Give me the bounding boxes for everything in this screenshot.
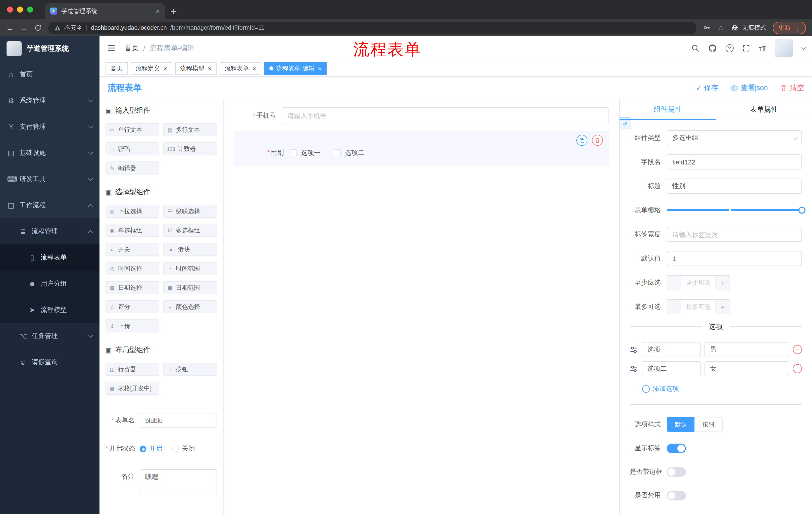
- window-zoom-button[interactable]: [27, 6, 33, 12]
- new-tab-button[interactable]: +: [171, 7, 176, 16]
- min-select-input[interactable]: [682, 276, 716, 290]
- user-avatar[interactable]: [775, 39, 793, 57]
- delete-widget-button[interactable]: [592, 135, 603, 146]
- pill-slider[interactable]: –●–滑块: [163, 243, 217, 256]
- sidebar-item-process-form[interactable]: ▯ 流程表单: [0, 244, 99, 271]
- pill-rate[interactable]: ☆评分: [106, 300, 159, 313]
- decrease-button[interactable]: −: [667, 300, 682, 314]
- password-key-icon[interactable]: [703, 24, 711, 32]
- pill-counter[interactable]: 123计数器: [163, 142, 217, 155]
- save-button[interactable]: ✓ 保存: [696, 83, 718, 92]
- pill-radio-group[interactable]: ◉单选框组: [106, 224, 159, 237]
- sidebar-item-process-model[interactable]: ➤ 流程模型: [0, 297, 99, 323]
- max-select-input[interactable]: [682, 300, 716, 314]
- font-size-icon[interactable]: TT: [758, 44, 766, 52]
- tag-process-definition[interactable]: 流程定义 ×: [130, 62, 172, 75]
- fullscreen-icon[interactable]: [742, 44, 750, 52]
- tag-process-form[interactable]: 流程表单 ×: [220, 62, 261, 75]
- tab-form-props[interactable]: 表单属性: [716, 99, 812, 120]
- github-icon[interactable]: [708, 44, 717, 53]
- drag-handle-icon[interactable]: [630, 364, 638, 373]
- sidebar-item-payment[interactable]: ¥ 支付管理: [0, 114, 99, 140]
- reload-icon[interactable]: [34, 24, 42, 31]
- tag-process-form-edit[interactable]: 流程表单-编辑 ×: [264, 62, 327, 75]
- pill-color-picker[interactable]: ◒颜色选择: [163, 300, 217, 313]
- browser-menu-icon[interactable]: ⋮: [794, 24, 801, 31]
- increase-button[interactable]: +: [716, 300, 730, 314]
- sidebar-item-workflow[interactable]: ◫ 工作流程: [0, 192, 99, 218]
- security-label[interactable]: 不安全: [64, 23, 82, 32]
- sidebar-item-home[interactable]: ⌂ 首页: [0, 61, 99, 87]
- sidebar-item-task-manage[interactable]: ⌥ 任务管理: [0, 323, 99, 349]
- tab-close-icon[interactable]: ×: [156, 7, 160, 15]
- slider-handle[interactable]: [799, 207, 806, 214]
- sidebar-item-system[interactable]: ⚙ 系统管理: [0, 87, 99, 114]
- status-on-radio[interactable]: 开启: [140, 444, 162, 453]
- pill-button[interactable]: ☝按钮: [163, 362, 217, 376]
- view-json-button[interactable]: 查看json: [730, 83, 768, 92]
- back-icon[interactable]: ←: [6, 24, 13, 31]
- browser-update-button[interactable]: 更新 ⋮: [773, 21, 806, 34]
- border-switch[interactable]: [667, 467, 686, 477]
- gender-option2-checkbox[interactable]: 选项二: [334, 148, 364, 157]
- style-default-button[interactable]: 默认: [667, 417, 695, 432]
- help-icon[interactable]: ?: [725, 44, 733, 52]
- option1-value-input[interactable]: [704, 342, 789, 357]
- sidebar-logo[interactable]: 芋道管理系统: [0, 36, 99, 61]
- tag-close-icon[interactable]: ×: [318, 65, 322, 72]
- tag-close-icon[interactable]: ×: [163, 65, 167, 72]
- pill-text-input[interactable]: ▭单行文本: [106, 123, 159, 136]
- form-remark-textarea[interactable]: 嘿嘿: [140, 469, 217, 495]
- pill-time-picker[interactable]: ◷时间选择: [106, 262, 159, 275]
- remove-option-icon[interactable]: −: [793, 364, 802, 373]
- pill-time-range[interactable]: ◔时间范围: [163, 262, 217, 275]
- window-minimize-button[interactable]: [17, 6, 23, 12]
- sidebar-item-devtools[interactable]: ⌨ 研发工具: [0, 166, 99, 192]
- pill-cascader[interactable]: ☷级联选择: [163, 205, 217, 218]
- disabled-switch[interactable]: [667, 491, 686, 500]
- option2-name-input[interactable]: [642, 361, 701, 376]
- style-button-button[interactable]: 按钮: [694, 417, 723, 432]
- pill-row-container[interactable]: ◫行容器: [106, 362, 159, 376]
- selected-widget-gender[interactable]: *性别 选项一 选项二: [234, 131, 609, 166]
- component-type-select[interactable]: [667, 130, 802, 145]
- breadcrumb-home[interactable]: 首页: [125, 44, 139, 53]
- pill-switch[interactable]: ◐开关: [106, 243, 159, 256]
- phone-input[interactable]: [282, 107, 609, 124]
- sidebar-item-user-group[interactable]: ☻ 用户分组: [0, 271, 99, 297]
- copy-widget-button[interactable]: [576, 135, 587, 146]
- increase-button[interactable]: +: [716, 276, 730, 290]
- tag-close-icon[interactable]: ×: [252, 65, 256, 72]
- title-input[interactable]: [667, 179, 802, 194]
- bookmark-star-icon[interactable]: ☆: [718, 24, 724, 32]
- pill-textarea[interactable]: ▤多行文本: [163, 123, 217, 136]
- default-value-input[interactable]: [667, 251, 802, 266]
- pill-upload[interactable]: ↥上传: [106, 319, 159, 332]
- add-option-button[interactable]: + 添加选项: [642, 384, 679, 393]
- tag-home[interactable]: 首页: [106, 62, 127, 75]
- sidebar-item-process-manage[interactable]: ≣ 流程管理: [0, 218, 99, 244]
- drag-handle-icon[interactable]: [630, 345, 638, 354]
- window-close-button[interactable]: [7, 6, 13, 12]
- pill-date-range[interactable]: ▩日期范围: [163, 281, 217, 294]
- show-label-switch[interactable]: [667, 443, 686, 453]
- phone-field-row[interactable]: *手机号: [234, 107, 609, 124]
- tag-close-icon[interactable]: ×: [208, 65, 211, 72]
- avatar-caret-icon[interactable]: [801, 45, 806, 50]
- decrease-button[interactable]: −: [667, 276, 682, 290]
- pill-checkbox-group[interactable]: ☑多选框组: [163, 224, 217, 237]
- option2-value-input[interactable]: [704, 361, 789, 376]
- option1-name-input[interactable]: [642, 342, 701, 357]
- label-width-input[interactable]: [667, 227, 802, 242]
- pill-select[interactable]: ◎下拉选择: [106, 205, 159, 218]
- hamburger-icon[interactable]: [107, 44, 116, 52]
- pill-editor[interactable]: ✎编辑器: [106, 161, 159, 174]
- security-warning-icon[interactable]: [54, 24, 61, 31]
- clear-button[interactable]: 清空: [780, 83, 804, 92]
- forward-icon[interactable]: →: [20, 24, 28, 31]
- remove-option-icon[interactable]: −: [793, 345, 802, 354]
- sidebar-item-infrastructure[interactable]: ▤ 基础设施: [0, 140, 99, 166]
- gender-option1-checkbox[interactable]: 选项一: [290, 148, 321, 157]
- pill-date-picker[interactable]: ▦日期选择: [106, 281, 159, 294]
- status-off-radio[interactable]: 关闭: [172, 444, 195, 453]
